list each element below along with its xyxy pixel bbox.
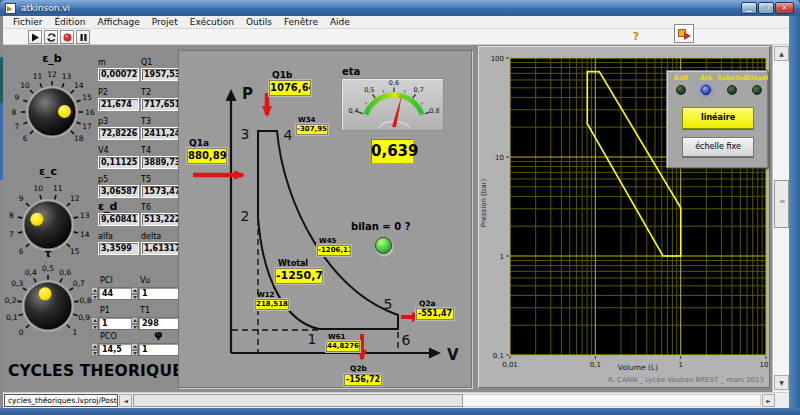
control-φ[interactable]: 1	[131, 343, 180, 356]
indicator-label-T4: T4	[141, 146, 151, 155]
status-bar: cycles_théoriques.lvproj/Poste de travai…	[3, 392, 789, 408]
svg-text:0,6: 0,6	[389, 79, 399, 87]
wtotal-label: Wtotal	[278, 259, 308, 268]
spinner-icons[interactable]	[91, 343, 98, 356]
indicator-Q1: 1957,53	[141, 68, 182, 81]
control-input-φ[interactable]: 1	[138, 343, 180, 356]
eta-gauge-label: eta	[342, 66, 360, 77]
led-bdr[interactable]	[676, 85, 686, 95]
minimize-button[interactable]: ▁	[741, 2, 757, 14]
run-continuous-icon[interactable]	[44, 30, 58, 44]
svg-text:1: 1	[72, 328, 77, 337]
pause-icon[interactable]	[76, 30, 90, 44]
menu-execution[interactable]: Exécution	[184, 16, 240, 29]
control-label-T1: T1	[140, 306, 150, 315]
svg-text:10: 10	[20, 81, 30, 90]
svg-text:0,1: 0,1	[6, 313, 18, 322]
control-PCI[interactable]: 44	[91, 287, 136, 300]
svg-text:15: 15	[82, 93, 92, 102]
led-diesel-label: Diesel	[746, 74, 769, 82]
spinner-icons[interactable]	[91, 287, 98, 300]
v-axis-label: V	[447, 346, 459, 364]
svg-text:8: 8	[12, 108, 17, 117]
close-button[interactable]: ✕	[775, 2, 794, 14]
scroll-up-icon[interactable]: ▲	[774, 46, 789, 61]
control-Vu[interactable]: 1	[131, 287, 180, 300]
cycle-selector-panel: BdR Atk Sabathé Diesel linéaire échelle …	[666, 70, 768, 168]
spinner-icons[interactable]	[131, 343, 138, 356]
led-sabathe[interactable]	[727, 85, 737, 95]
svg-text:13: 13	[62, 72, 72, 81]
indicator-V4: 0,11125	[98, 156, 139, 169]
control-label-φ: φ	[154, 328, 163, 341]
vertical-scrollbar[interactable]: ▲ ▼	[772, 45, 789, 392]
maximize-button[interactable]: ❐	[758, 2, 774, 14]
point-1: 1	[308, 331, 317, 347]
window-title: atkinson.vi	[21, 3, 70, 13]
svg-text:8: 8	[9, 211, 14, 220]
led-diesel[interactable]	[752, 85, 762, 95]
svg-text:0,6: 0,6	[59, 268, 71, 277]
chart-x-axis-label: Volume (L)	[510, 363, 766, 372]
indicator-T3: 2411,24	[141, 127, 182, 140]
menu-fenetre[interactable]: Fenêtre	[278, 16, 324, 29]
svg-text:11: 11	[53, 184, 63, 193]
menu-edition[interactable]: Édition	[48, 16, 91, 29]
svg-text:18: 18	[74, 134, 84, 143]
led-bdr-label: BdR	[674, 74, 689, 82]
w34-value: -307,95	[296, 124, 328, 135]
menu-aide[interactable]: Aide	[324, 16, 356, 29]
help-icon[interactable]: ?	[629, 30, 643, 44]
indicator-label-p5: p5	[98, 175, 108, 184]
led-atk[interactable]	[701, 85, 711, 95]
vertical-scroll-thumb[interactable]	[774, 180, 789, 228]
spinner-icons[interactable]	[131, 287, 138, 300]
menu-outils[interactable]: Outils	[240, 16, 278, 29]
labview-window: atkinson.vi ▁ ❐ ✕ FichierÉditionAffichag…	[0, 0, 800, 415]
w61-value: 44,8276	[326, 341, 360, 352]
svg-text:0,4: 0,4	[25, 268, 37, 277]
eta-gauge-dial: 0,40,50,60,70,8	[342, 79, 443, 130]
fixed-scale-button[interactable]: échelle fixe	[682, 137, 754, 157]
point-3: 3	[241, 126, 250, 142]
svg-text:7: 7	[9, 230, 14, 239]
spinner-icons[interactable]	[131, 317, 138, 330]
linear-scale-button[interactable]: linéaire	[682, 107, 754, 129]
control-input-Vu[interactable]: 1	[138, 287, 180, 300]
control-PCO[interactable]: 14,5	[91, 343, 136, 356]
control-P1[interactable]: 1	[91, 317, 136, 330]
knob-eps-b[interactable]: 6789101112131415161718	[4, 64, 100, 160]
wtotal-value: -1250,71	[275, 268, 323, 284]
knob-tau[interactable]: 00,10,20,30,40,50,60,70,80,91	[0, 258, 96, 354]
indicator-m: 0,00072	[98, 68, 139, 81]
menu-fichier[interactable]: Fichier	[7, 16, 48, 29]
indicator-label-T3: T3	[141, 117, 151, 126]
bilan-led	[375, 237, 392, 254]
svg-text:0,5: 0,5	[42, 264, 54, 273]
project-tab[interactable]: cycles_théoriques.lvproj/Poste de travai…	[4, 394, 118, 407]
pv-diagram-panel: P V 1 2 3 4 5 6 Q1a 880,89 Q1b 1076,64 W…	[178, 50, 472, 388]
labview-logo-icon[interactable]	[674, 24, 694, 43]
indicator-p3: 72,8226	[98, 127, 139, 140]
q1a-label: Q1a	[189, 138, 209, 148]
indicator-P2: 21,674	[98, 98, 139, 111]
indicator-label-V4: V4	[98, 146, 109, 155]
horizontal-scroll-thumb[interactable]	[133, 394, 463, 407]
svg-text:9: 9	[19, 194, 24, 203]
svg-text:0,7: 0,7	[73, 279, 85, 288]
q1b-label: Q1b	[272, 70, 292, 80]
window-bottom-border	[0, 408, 800, 415]
scroll-left-icon[interactable]: ◄	[119, 394, 132, 407]
svg-text:0,4: 0,4	[348, 107, 358, 115]
run-arrow-icon[interactable]	[28, 30, 42, 44]
svg-text:14: 14	[74, 81, 84, 90]
scroll-right-icon[interactable]: ►	[762, 394, 775, 407]
spinner-icons[interactable]	[91, 317, 98, 330]
stop-icon[interactable]	[60, 30, 74, 44]
toolbar: ?	[3, 29, 789, 45]
q1b-value: 1076,64	[269, 80, 311, 96]
w12-label: W12	[257, 291, 274, 299]
menu-projet[interactable]: Projet	[146, 16, 184, 29]
scroll-down-icon[interactable]: ▼	[774, 375, 789, 390]
menu-affichage[interactable]: Affichage	[92, 16, 146, 29]
